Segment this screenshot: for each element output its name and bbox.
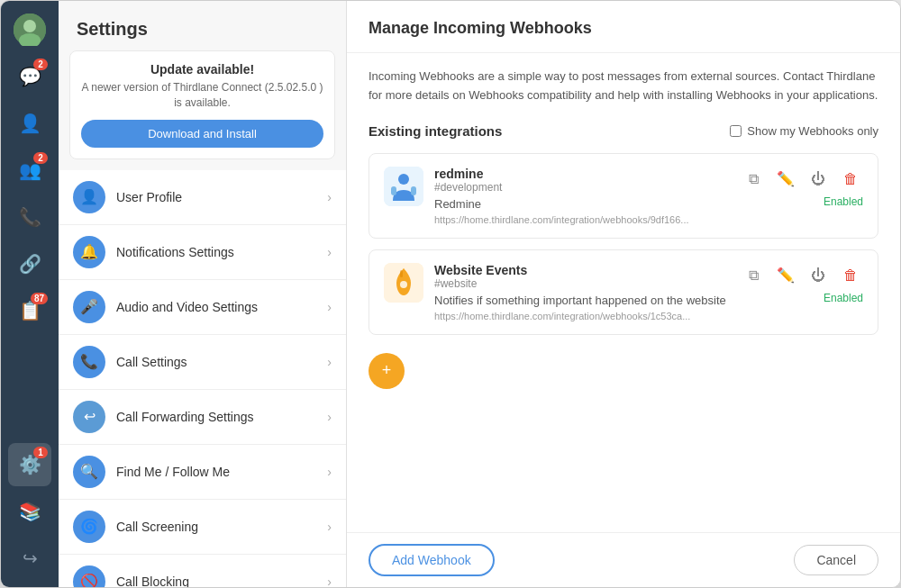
svg-rect-9 <box>400 270 403 277</box>
delete-webhook-website[interactable]: 🗑 <box>838 263 863 288</box>
main-content: Manage Incoming Webhooks Incoming Webhoo… <box>347 1 900 587</box>
copy-webhook-redmine[interactable]: ⧉ <box>741 167 766 192</box>
sidebar-label-notifications: Notifications Settings <box>116 245 327 259</box>
icon-bar: 💬 2 👤 👥 2 📞 🔗 📋 87 ⚙️ 1 📚 ↪ <box>1 1 59 587</box>
app-window: 💬 2 👤 👥 2 📞 🔗 📋 87 ⚙️ 1 📚 ↪ <box>0 0 901 588</box>
description-text: Incoming Webhooks are a simple way to po… <box>369 68 878 105</box>
svg-point-8 <box>400 281 407 288</box>
team-button[interactable]: 👥 2 <box>8 149 51 192</box>
main-header: Manage Incoming Webhooks <box>347 1 900 53</box>
webhook-appname-redmine: Redmine <box>434 197 730 211</box>
toggle-webhook-website[interactable]: ⏻ <box>805 263 831 288</box>
chevron-icon: › <box>327 574 332 587</box>
cancel-button[interactable]: Cancel <box>794 545 878 575</box>
logout-icon: ↪ <box>23 547 38 569</box>
sidebar-item-call-forwarding[interactable]: ↩ Call Forwarding Settings › <box>59 390 346 445</box>
main-footer: Add Webhook Cancel <box>347 532 900 587</box>
sidebar-item-find-me[interactable]: 🔍 Find Me / Follow Me › <box>59 445 346 500</box>
webhook-card-header-website: Website Events #website Notifies if some… <box>384 263 863 321</box>
sidebar-item-call-screening[interactable]: 🌀 Call Screening › <box>59 500 346 555</box>
sidebar-label-find-me: Find Me / Follow Me <box>116 465 327 479</box>
toggle-webhook-redmine[interactable]: ⏻ <box>805 167 831 192</box>
download-install-button[interactable]: Download and Install <box>81 120 323 148</box>
filter-checkbox-label[interactable]: Show my Webhooks only <box>730 124 878 138</box>
show-my-webhooks-checkbox[interactable] <box>730 125 742 137</box>
integrations-button[interactable]: 🔗 <box>8 242 51 285</box>
sidebar-label-audio-video: Audio and Video Settings <box>116 300 327 314</box>
chevron-icon: › <box>327 190 332 204</box>
webhook-name-redmine: redmine <box>434 167 730 181</box>
website-events-logo-icon <box>384 263 423 303</box>
voicemail-badge: 87 <box>31 293 48 304</box>
svg-rect-6 <box>411 186 416 195</box>
contacts-icon: 👤 <box>19 113 41 134</box>
chevron-icon: › <box>327 410 332 424</box>
svg-rect-5 <box>391 186 396 195</box>
messages-badge: 2 <box>33 59 48 70</box>
redmine-logo-icon <box>384 167 423 206</box>
add-webhook-icon-button[interactable]: + <box>369 353 405 389</box>
webhook-actions-website: ⧉ ✏️ ⏻ 🗑 <box>741 263 863 288</box>
webhook-tag-website: #website <box>434 277 730 290</box>
phone-button[interactable]: 📞 <box>8 195 51 239</box>
sidebar-item-notifications[interactable]: 🔔 Notifications Settings › <box>59 225 346 280</box>
call-screening-icon: 🌀 <box>73 511 105 543</box>
chevron-icon: › <box>327 245 332 259</box>
chevron-icon: › <box>327 300 332 314</box>
sidebar-item-user-profile[interactable]: 👤 User Profile › <box>59 170 346 225</box>
update-box: Update available! A newer version of Thi… <box>69 50 335 159</box>
logout-button[interactable]: ↪ <box>8 537 51 580</box>
webhook-info-redmine: redmine #development Redmine https://hom… <box>434 167 730 225</box>
bookmarks-button[interactable]: 📚 <box>8 490 51 533</box>
svg-point-4 <box>398 174 409 185</box>
sidebar-item-call-blocking[interactable]: 🚫 Call Blocking › <box>59 555 346 587</box>
messages-button[interactable]: 💬 2 <box>8 55 51 98</box>
edit-webhook-website[interactable]: ✏️ <box>773 263 798 288</box>
sidebar-label-call-forwarding: Call Forwarding Settings <box>116 410 327 424</box>
sidebar-label-call-blocking: Call Blocking <box>116 574 327 587</box>
voicemail-button[interactable]: 📋 87 <box>8 289 51 332</box>
sidebar-item-audio-video[interactable]: 🎤 Audio and Video Settings › <box>59 280 346 335</box>
webhook-tag-redmine: #development <box>434 181 730 194</box>
webhook-url-redmine: https://home.thirdlane.com/integration/w… <box>434 214 730 225</box>
enabled-badge-website: Enabled <box>824 292 863 304</box>
settings-badge: 1 <box>33 447 48 458</box>
find-me-icon: 🔍 <box>73 456 105 488</box>
webhook-name-website: Website Events <box>434 263 730 277</box>
sidebar-label-user-profile: User Profile <box>116 190 327 204</box>
bookmarks-icon: 📚 <box>19 501 41 522</box>
edit-webhook-redmine[interactable]: ✏️ <box>773 167 798 192</box>
section-header: Existing integrations Show my Webhooks o… <box>369 123 878 139</box>
call-settings-icon: 📞 <box>73 346 105 378</box>
team-badge: 2 <box>33 152 48 164</box>
call-blocking-icon: 🚫 <box>73 565 105 587</box>
avatar-button[interactable] <box>8 8 51 51</box>
chevron-icon: › <box>327 465 332 479</box>
filter-label-text: Show my Webhooks only <box>747 124 878 138</box>
webhook-info-website: Website Events #website Notifies if some… <box>434 263 730 321</box>
copy-webhook-website[interactable]: ⧉ <box>741 263 766 288</box>
add-webhook-button[interactable]: Add Webhook <box>369 544 495 576</box>
call-forwarding-icon: ↩ <box>73 401 105 433</box>
main-body: Incoming Webhooks are a simple way to po… <box>347 53 900 532</box>
sidebar-item-call-settings[interactable]: 📞 Call Settings › <box>59 335 346 390</box>
contacts-button[interactable]: 👤 <box>8 102 51 145</box>
section-title: Existing integrations <box>369 123 502 139</box>
enabled-badge-redmine: Enabled <box>824 195 863 208</box>
delete-webhook-redmine[interactable]: 🗑 <box>838 167 863 192</box>
settings-button[interactable]: ⚙️ 1 <box>8 443 51 486</box>
settings-sidebar: Settings Update available! A newer versi… <box>59 1 347 587</box>
page-title: Manage Incoming Webhooks <box>369 19 878 38</box>
webhook-desc-website: Notifies if something important happened… <box>434 294 730 307</box>
update-description: A newer version of Thirdlane Connect (2.… <box>81 80 323 111</box>
notifications-icon: 🔔 <box>73 236 105 268</box>
avatar <box>14 14 46 46</box>
chevron-icon: › <box>327 520 332 534</box>
settings-menu-list: 👤 User Profile › 🔔 Notifications Setting… <box>59 170 346 587</box>
webhook-card-redmine: redmine #development Redmine https://hom… <box>369 153 878 239</box>
webhook-card-website: Website Events #website Notifies if some… <box>369 249 878 335</box>
webhook-card-header-redmine: redmine #development Redmine https://hom… <box>384 167 863 225</box>
update-title: Update available! <box>81 62 323 77</box>
user-profile-icon: 👤 <box>73 181 105 213</box>
integrations-icon: 🔗 <box>19 253 41 275</box>
